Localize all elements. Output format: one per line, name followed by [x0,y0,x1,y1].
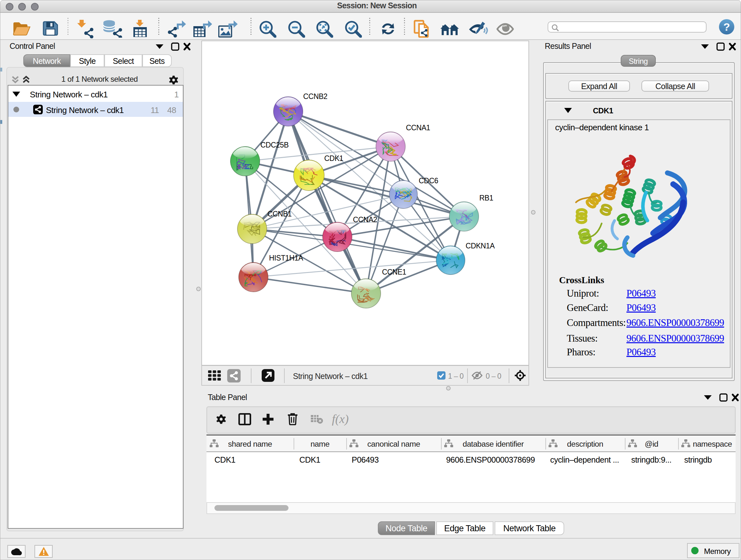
svg-text:RB1: RB1 [479,194,493,202]
svg-text:CDC25B: CDC25B [260,141,288,149]
svg-text:CDKN1A: CDKN1A [466,242,495,250]
svg-text:CDC6: CDC6 [419,177,438,185]
svg-text:CCNA2: CCNA2 [353,215,377,224]
svg-text:CCNA1: CCNA1 [406,124,430,132]
svg-text:CCNE1: CCNE1 [382,268,406,276]
svg-text:CCNB1: CCNB1 [267,210,292,218]
svg-text:CCNB2: CCNB2 [303,92,327,101]
svg-text:HIST1H1A: HIST1H1A [269,254,304,262]
svg-text:CDK1: CDK1 [324,154,343,163]
